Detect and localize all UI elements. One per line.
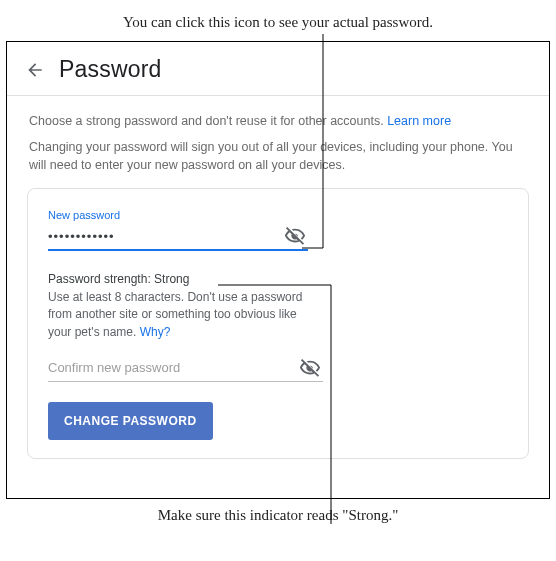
learn-more-link[interactable]: Learn more [387, 114, 451, 128]
back-arrow-icon[interactable] [25, 60, 45, 80]
strength-hint-text: Use at least 8 characters. Don't use a p… [48, 290, 302, 339]
strength-hint: Use at least 8 characters. Don't use a p… [48, 289, 308, 341]
strength-label: Password strength: [48, 272, 154, 286]
page-header: Password [7, 42, 549, 96]
annotation-bottom: Make sure this indicator reads "Strong." [0, 499, 556, 524]
page-title: Password [59, 56, 162, 83]
info-text: Choose a strong password and don't reuse… [7, 96, 549, 174]
why-link[interactable]: Why? [140, 325, 171, 339]
annotation-top: You can click this icon to see your actu… [0, 0, 556, 41]
settings-frame: Password Choose a strong password and do… [6, 41, 550, 499]
visibility-toggle-icon[interactable] [282, 223, 308, 249]
info-line1: Choose a strong password and don't reuse… [29, 114, 387, 128]
confirm-password-row [48, 355, 323, 382]
confirm-password-input[interactable] [48, 356, 297, 379]
new-password-input[interactable] [48, 225, 282, 248]
new-password-field: New password [48, 209, 508, 251]
strength-block: Password strength: Strong Use at least 8… [48, 271, 308, 341]
new-password-label: New password [48, 209, 508, 221]
strength-line: Password strength: Strong [48, 271, 308, 288]
new-password-row [48, 223, 308, 251]
strength-value: Strong [154, 272, 189, 286]
password-card: New password Password strength: Strong U… [27, 188, 529, 459]
info-line2: Changing your password will sign you out… [29, 138, 527, 174]
confirm-password-field [48, 355, 508, 382]
change-password-button[interactable]: CHANGE PASSWORD [48, 402, 213, 440]
visibility-toggle-icon[interactable] [297, 355, 323, 381]
